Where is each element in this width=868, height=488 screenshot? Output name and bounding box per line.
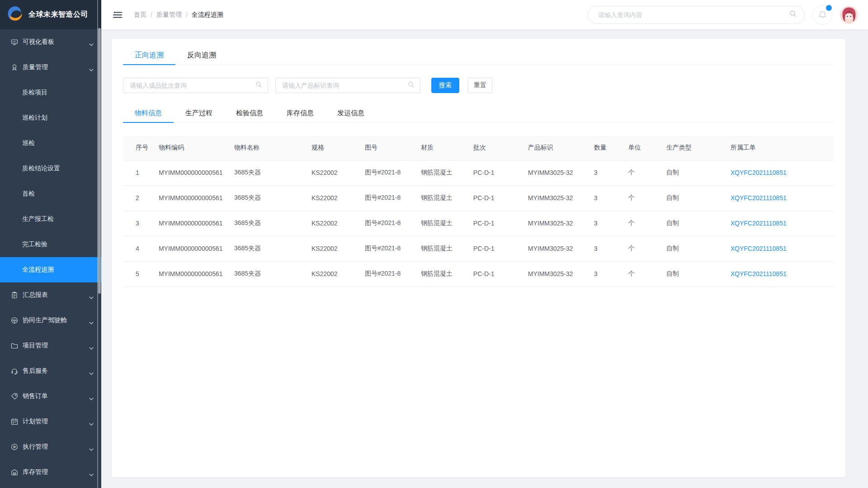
chevron-down-icon [89, 420, 94, 427]
col-unit: 单位 [616, 136, 654, 160]
price-tag-icon [11, 393, 18, 400]
notification-button[interactable] [812, 5, 832, 25]
sidebar-item-production-report-inspection[interactable]: 生产报工检 [0, 206, 101, 232]
cell-production-type: 自制 [654, 185, 718, 211]
chevron-down-icon [89, 446, 94, 453]
chevron-down-icon [89, 395, 94, 402]
cell-seq: 1 [123, 160, 146, 185]
cell-seq: 4 [123, 236, 146, 261]
sidebar-item-patrol[interactable]: 巡检 [0, 131, 101, 156]
cell-product-id: MYIMM3025-32 [515, 261, 581, 286]
filter-bar: 搜索 重置 [123, 78, 834, 93]
sidebar-item-production-cockpit[interactable]: 协同生产驾驶舱 [0, 308, 101, 333]
sidebar-item-label: 巡检计划 [22, 114, 47, 122]
col-material-code: 物料编码 [146, 136, 222, 160]
cell-product-id: MYIMM3025-32 [515, 211, 581, 236]
tab-forward-trace[interactable]: 正向追溯 [123, 46, 175, 65]
work-order-link[interactable]: XQYFC2021110851 [731, 270, 787, 277]
sidebar-item-visual-dashboard[interactable]: 可视化看板 [0, 29, 101, 55]
col-production-type: 生产类型 [654, 136, 718, 160]
sidebar-item-summary-report[interactable]: 汇总报表 [0, 282, 101, 308]
cell-batch: PC-D-1 [461, 211, 515, 236]
cell-spec: KS22002 [299, 236, 352, 261]
breadcrumb: 首页 / 质量管理 / 全流程追溯 [134, 11, 223, 19]
chevron-down-icon [89, 66, 94, 73]
cell-seq: 3 [123, 211, 146, 236]
tab-backward-trace[interactable]: 反向追溯 [175, 46, 228, 65]
sidebar-scrollbar[interactable] [98, 0, 101, 488]
sidebar-item-execution-management[interactable]: 执行管理 [0, 434, 101, 460]
sidebar-item-inspection-project[interactable]: 质检项目 [0, 80, 101, 105]
chevron-down-icon [89, 370, 94, 377]
cell-material-code: MYIMM000000000561 [146, 160, 222, 185]
cell-drawing-no: 图号#2021-8 [352, 211, 408, 236]
notification-badge-dot [826, 5, 832, 11]
sidebar-item-quality-management[interactable]: 质量管理 [0, 55, 101, 80]
trace-tabs: 正向追溯 反向追溯 [123, 46, 834, 65]
col-material-name: 物料名称 [222, 136, 299, 160]
work-order-link[interactable]: XQYFC2021110851 [731, 169, 787, 176]
chevron-down-icon [89, 344, 94, 352]
col-qty: 数量 [581, 136, 616, 160]
sidebar-item-after-sales-service[interactable]: 售后服务 [0, 358, 101, 384]
batch-search-input[interactable] [130, 82, 255, 89]
cell-drawing-no: 图号#2021-8 [352, 261, 408, 286]
tab-shipping-info[interactable]: 发运信息 [326, 105, 376, 122]
search-icon[interactable] [789, 10, 797, 19]
sidebar-item-completion-inspection[interactable]: 完工检验 [0, 232, 101, 257]
cell-seq: 2 [123, 185, 146, 211]
sidebar-item-plan-management[interactable]: 计划管理 [0, 409, 101, 434]
material-table: 序号 物料编码 物料名称 规格 图号 材质 批次 产品标识 数量 单位 生产类型… [123, 136, 834, 287]
sidebar-collapse-icon[interactable] [113, 11, 122, 19]
cell-product-id: MYIMM3025-32 [515, 236, 581, 261]
global-search [588, 6, 805, 24]
cell-material: 钢筋混凝土 [408, 261, 461, 286]
sidebar-item-inspection-conclusion-settings[interactable]: 质检结论设置 [0, 156, 101, 181]
company-name: 全球未来智造公司 [28, 10, 88, 19]
sidebar-item-label: 售后服务 [23, 367, 48, 375]
cell-production-type: 自制 [654, 261, 718, 286]
tab-material-info[interactable]: 物料信息 [123, 105, 174, 122]
sidebar-item-project-management[interactable]: 项目管理 [0, 333, 101, 358]
cell-material: 钢筋混凝土 [408, 185, 461, 211]
sidebar-scrollbar-thumb[interactable] [98, 28, 101, 294]
sidebar-item-inventory-management[interactable]: 库存管理 [0, 460, 101, 485]
breadcrumb-section[interactable]: 质量管理 [156, 11, 182, 19]
cell-material: 钢筋混凝土 [408, 160, 461, 185]
sidebar-item-label: 计划管理 [23, 418, 48, 426]
reset-button[interactable]: 重置 [468, 78, 492, 93]
breadcrumb-separator: / [186, 11, 188, 19]
sidebar-item-patrol-plan[interactable]: 巡检计划 [0, 105, 101, 131]
batch-search-field [123, 78, 268, 93]
global-search-input[interactable] [598, 11, 789, 19]
cell-product-id: MYIMM3025-32 [515, 185, 581, 211]
search-button[interactable]: 搜索 [431, 78, 459, 93]
cell-product-id: MYIMM3025-32 [515, 160, 581, 185]
sidebar-item-sales-order[interactable]: 销售订单 [0, 384, 101, 409]
product-id-search-input[interactable] [282, 82, 408, 89]
breadcrumb-home[interactable]: 首页 [134, 11, 146, 19]
cell-material: 钢筋混凝土 [408, 236, 461, 261]
logo-bar: 全球未来智造公司 [0, 0, 101, 29]
cell-material-name: 3685夹器 [222, 185, 299, 211]
cell-seq: 5 [123, 261, 146, 286]
sidebar-item-label: 协同生产驾驶舱 [23, 316, 67, 324]
report-icon [11, 291, 18, 299]
cell-spec: KS22002 [299, 185, 352, 211]
dashboard-icon [11, 38, 18, 46]
table-row: 1 MYIMM000000000561 3685夹器 KS22002 图号#20… [123, 160, 834, 185]
folder-icon [11, 342, 18, 349]
cell-material-name: 3685夹器 [222, 160, 299, 185]
work-order-link[interactable]: XQYFC2021110851 [731, 220, 787, 227]
cell-qty: 3 [581, 160, 616, 185]
cell-drawing-no: 图号#2021-8 [352, 160, 408, 185]
work-order-link[interactable]: XQYFC2021110851 [731, 194, 787, 202]
work-order-link[interactable]: XQYFC2021110851 [731, 245, 787, 252]
sidebar-item-full-trace[interactable]: 全流程追溯 [0, 257, 101, 282]
avatar[interactable] [840, 6, 858, 24]
tab-inspection-info[interactable]: 检验信息 [224, 105, 275, 122]
tab-production-process[interactable]: 生产过程 [174, 105, 224, 122]
sidebar-item-label: 首检 [22, 190, 35, 198]
sidebar-item-first-inspection[interactable]: 首检 [0, 181, 101, 206]
tab-inventory-info[interactable]: 库存信息 [275, 105, 326, 122]
